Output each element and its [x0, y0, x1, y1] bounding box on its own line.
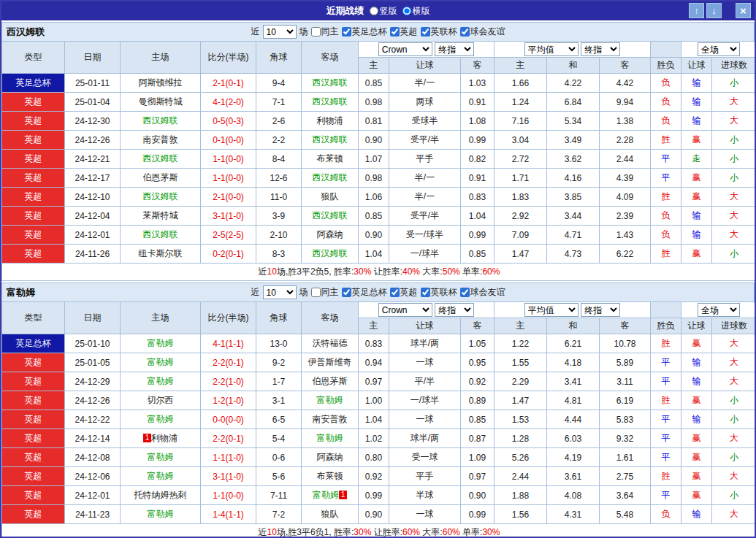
horizontal-layout-radio[interactable] — [402, 7, 411, 15]
vertical-layout-radio[interactable] — [370, 7, 378, 15]
close-button[interactable]: × — [736, 3, 751, 18]
avg-away-odds: 1.38 — [600, 112, 651, 131]
premier-league-checkbox[interactable] — [390, 288, 400, 297]
same-home-checkbox[interactable] — [311, 27, 321, 36]
same-home-checkbox[interactable] — [311, 288, 321, 297]
handicap-line: 受平/半 — [389, 131, 461, 150]
efl-cup-checkbox[interactable] — [421, 288, 430, 297]
competition-type: 英超 — [2, 486, 65, 505]
avg-draw-odds: 3.62 — [547, 150, 600, 169]
handicap-home-odds: 0.92 — [359, 467, 389, 486]
handicap-line: 球半/两 — [389, 429, 461, 448]
scope-group: 全场 — [681, 302, 756, 318]
filter-fa-cup[interactable]: 英足总杯 — [342, 26, 387, 38]
team-section-fulham: 富勒姆 近 10 场 同主 英足总杯 英超 英联杯 球会友谊 类型 — [1, 283, 755, 538]
home-team: 富勒姆 — [121, 467, 201, 486]
sub-avg-draw: 和 — [547, 58, 600, 74]
away-team: 伯恩茅斯 — [302, 372, 359, 391]
match-row: 英超24-12-30西汉姆联0-5(0-3)2-6利物浦0.81受球半1.087… — [2, 112, 756, 131]
handicap-line: 平手 — [389, 467, 461, 486]
score: 0-0(0-0) — [201, 410, 256, 429]
summary-text: 大率: — [420, 266, 443, 277]
final-index-select[interactable]: 终指 — [435, 42, 474, 56]
handicap-away-odds: 0.82 — [461, 150, 495, 169]
layout-option-vertical[interactable]: 竖版 — [370, 5, 397, 18]
handicap-result: 输 — [681, 226, 712, 245]
corners: 13-0 — [256, 334, 302, 353]
match-row: 英超24-11-26纽卡斯尔联0-2(0-1)8-3西汉姆联1.04一/球半0.… — [2, 245, 756, 264]
away-team: 阿森纳 — [302, 226, 359, 245]
sub-result: 胜负 — [651, 58, 681, 74]
avg-away-odds: 6.22 — [600, 245, 651, 264]
home-team: 阿斯顿维拉 — [121, 74, 201, 93]
same-home-filter[interactable]: 同主 — [311, 286, 339, 299]
score: 2-1(0-0) — [201, 188, 256, 207]
result: 负 — [651, 112, 681, 131]
final-index-select-2[interactable]: 终指 — [581, 42, 620, 56]
avg-draw-odds: 3.49 — [547, 131, 600, 150]
avg-home-odds: 2.72 — [495, 150, 547, 169]
avg-away-odds: 9.32 — [600, 429, 651, 448]
filter-premier-league[interactable]: 英超 — [390, 26, 418, 38]
filter-efl-cup[interactable]: 英联杯 — [421, 286, 457, 299]
same-home-filter[interactable]: 同主 — [311, 26, 339, 38]
match-date: 24-11-23 — [65, 505, 121, 524]
premier-league-checkbox[interactable] — [390, 27, 400, 36]
handicap-away-odds: 0.91 — [461, 93, 495, 112]
odds-company-select[interactable]: Crown — [378, 42, 432, 56]
handicap-away-odds: 0.85 — [461, 245, 495, 264]
match-date: 24-12-30 — [65, 112, 121, 131]
fa-cup-checkbox[interactable] — [342, 288, 351, 297]
away-team: 沃特福德 — [302, 334, 359, 353]
home-team: 切尔西 — [121, 391, 201, 410]
filter-fa-cup[interactable]: 英足总杯 — [342, 286, 387, 299]
col-corner: 角球 — [256, 302, 302, 334]
home-team: 曼彻斯特城 — [121, 93, 201, 112]
competition-type: 英超 — [2, 150, 65, 169]
scroll-up-button[interactable]: ↑ — [689, 3, 704, 18]
filter-efl-cup[interactable]: 英联杯 — [421, 26, 457, 38]
handicap-home-odds: 0.85 — [359, 74, 389, 93]
final-index-select-2[interactable]: 终指 — [581, 303, 620, 317]
sub-handicap-result: 让球 — [681, 318, 712, 334]
sub-avg-home: 主 — [495, 318, 547, 334]
odds-company-select[interactable]: Crown — [378, 303, 432, 317]
average-odds-select[interactable]: 平均值 — [524, 42, 579, 56]
handicap-home-odds: 0.94 — [359, 353, 389, 372]
competition-type: 英超 — [2, 505, 65, 524]
handicap-home-odds: 0.90 — [359, 226, 389, 245]
efl-cup-checkbox[interactable] — [421, 27, 430, 36]
corners: 7-2 — [256, 505, 302, 524]
handicap-away-odds: 0.87 — [461, 429, 495, 448]
premier-league-label: 英超 — [400, 286, 418, 299]
filter-premier-league[interactable]: 英超 — [390, 286, 418, 299]
match-row: 英超24-12-17伯恩茅斯1-1(0-0)12-6西汉姆联0.98半/一0.9… — [2, 169, 756, 188]
scroll-down-button[interactable]: ↓ — [706, 3, 722, 18]
result: 平 — [651, 353, 681, 372]
corners: 8-4 — [256, 150, 302, 169]
layout-option-horizontal[interactable]: 横版 — [402, 5, 430, 18]
summary-text: 近 — [259, 266, 267, 277]
avg-draw-odds: 3.85 — [547, 188, 600, 207]
match-date: 24-12-10 — [65, 188, 121, 207]
scope-select[interactable]: 全场 — [698, 303, 740, 317]
handicap-result: 赢 — [681, 169, 712, 188]
final-index-select[interactable]: 终指 — [435, 303, 474, 317]
result: 负 — [651, 74, 681, 93]
filter-friendly[interactable]: 球会友谊 — [460, 286, 505, 299]
friendly-checkbox[interactable] — [460, 288, 470, 297]
scope-select[interactable]: 全场 — [698, 42, 740, 56]
red-card-badge: 1 — [339, 491, 347, 499]
friendly-checkbox[interactable] — [460, 27, 470, 36]
recent-label: 近 — [251, 26, 260, 38]
match-count-select[interactable]: 10 — [263, 285, 297, 299]
goals-result: 小 — [712, 448, 756, 467]
match-count-select[interactable]: 10 — [263, 25, 297, 39]
average-odds-select[interactable]: 平均值 — [524, 303, 579, 317]
handicap-line: 半球 — [389, 486, 461, 505]
filter-friendly[interactable]: 球会友谊 — [460, 26, 505, 38]
away-team: 富勒姆1 — [302, 486, 359, 505]
summary-text: 场,胜3平2负5, — [277, 266, 334, 277]
corners: 0-6 — [256, 448, 302, 467]
fa-cup-checkbox[interactable] — [342, 27, 351, 36]
